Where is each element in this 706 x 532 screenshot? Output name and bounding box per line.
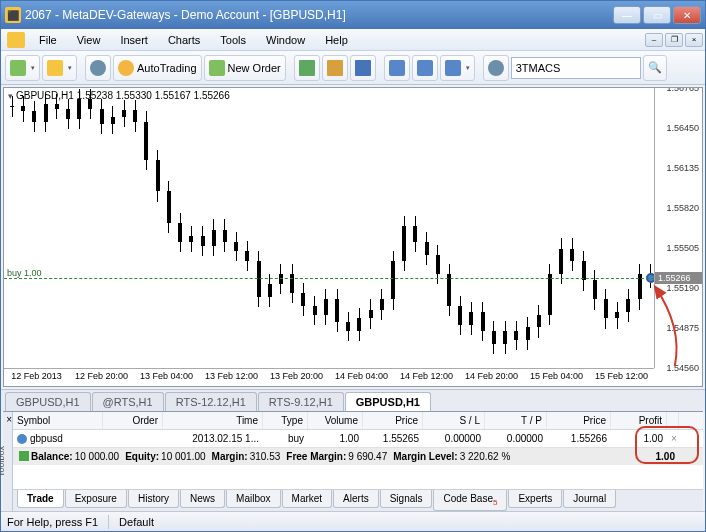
toolbox-tabs: TradeExposureHistoryNewsMailboxMarketAle… bbox=[13, 489, 703, 511]
trade-line bbox=[4, 278, 654, 279]
app-menubar-icon bbox=[7, 32, 25, 48]
titlebar: ⬛ 2067 - MetaDEV-Gateways - Demo Account… bbox=[1, 1, 705, 29]
maximize-button[interactable]: ▭ bbox=[643, 6, 671, 24]
y-tick: 1.54875 bbox=[666, 323, 699, 333]
menu-file[interactable]: File bbox=[29, 31, 67, 49]
column-header[interactable]: Profit bbox=[611, 412, 667, 429]
close-button[interactable]: ✕ bbox=[673, 6, 701, 24]
toolbox-tab-history[interactable]: History bbox=[128, 490, 179, 508]
toolbox-close-button[interactable]: × bbox=[6, 414, 12, 425]
toolbox-tab-journal[interactable]: Journal bbox=[563, 490, 616, 508]
toolbox-tab-experts[interactable]: Experts bbox=[508, 490, 562, 508]
column-header[interactable]: Time bbox=[163, 412, 263, 429]
profiles-icon bbox=[47, 60, 63, 76]
column-header[interactable]: Price bbox=[363, 412, 423, 429]
toolbox-tab-signals[interactable]: Signals bbox=[380, 490, 433, 508]
toolbox-tab-alerts[interactable]: Alerts bbox=[333, 490, 379, 508]
x-tick: 12 Feb 20:00 bbox=[69, 369, 134, 386]
free-margin-value: 9 690.47 bbox=[348, 451, 387, 462]
toolbox-tab-exposure[interactable]: Exposure bbox=[65, 490, 127, 508]
options-button[interactable] bbox=[85, 55, 111, 81]
chart-tab[interactable]: GBPUSD,H1 bbox=[345, 392, 431, 411]
toolbox-tab-trade[interactable]: Trade bbox=[17, 490, 64, 508]
line-icon bbox=[355, 60, 371, 76]
child-minimize-button[interactable]: – bbox=[645, 33, 663, 47]
menu-view[interactable]: View bbox=[67, 31, 111, 49]
margin-value: 310.53 bbox=[250, 451, 281, 462]
column-header[interactable]: Volume bbox=[308, 412, 363, 429]
window-title: 2067 - MetaDEV-Gateways - Demo Account -… bbox=[25, 8, 613, 22]
chart-tab[interactable]: RTS-12.12,H1 bbox=[165, 392, 257, 411]
free-margin-label: Free Margin: bbox=[286, 451, 346, 462]
menu-help[interactable]: Help bbox=[315, 31, 358, 49]
chart-canvas[interactable] bbox=[4, 88, 654, 368]
charttype-candle-button[interactable] bbox=[322, 55, 348, 81]
column-header[interactable]: S / L bbox=[423, 412, 485, 429]
cell-order bbox=[103, 430, 163, 447]
column-header[interactable]: Symbol bbox=[13, 412, 103, 429]
toolbox-tab-market[interactable]: Market bbox=[282, 490, 333, 508]
x-tick: 14 Feb 20:00 bbox=[459, 369, 524, 386]
child-close-button[interactable]: × bbox=[685, 33, 703, 47]
y-tick: 1.55190 bbox=[666, 283, 699, 293]
price-axis: 1.567651.564501.561351.558201.555051.551… bbox=[654, 88, 702, 368]
profiles-button[interactable] bbox=[42, 55, 77, 81]
cell-sl: 0.00000 bbox=[423, 430, 485, 447]
equity-value: 10 001.00 bbox=[161, 451, 206, 462]
app-icon: ⬛ bbox=[5, 7, 21, 23]
new-order-label: New Order bbox=[228, 62, 281, 74]
menu-insert[interactable]: Insert bbox=[110, 31, 158, 49]
toolbox: × Toolbox SymbolOrderTimeTypeVolumePrice… bbox=[3, 411, 703, 511]
zoom-out-icon bbox=[417, 60, 433, 76]
minimize-button[interactable]: — bbox=[613, 6, 641, 24]
menu-charts[interactable]: Charts bbox=[158, 31, 210, 49]
timeframe-button[interactable] bbox=[440, 55, 475, 81]
x-tick: 15 Feb 12:00 bbox=[589, 369, 654, 386]
chart-tabs: GBPUSD,H1@RTS,H1RTS-12.12,H1RTS-9.12,H1G… bbox=[1, 389, 705, 411]
charttype-line-button[interactable] bbox=[350, 55, 376, 81]
balance-value: 10 000.00 bbox=[75, 451, 120, 462]
search-button[interactable]: 🔍 bbox=[643, 55, 667, 81]
candles-icon bbox=[327, 60, 343, 76]
search-settings-button[interactable] bbox=[483, 55, 509, 81]
cell-volume: 1.00 bbox=[308, 430, 363, 447]
chart-area[interactable]: ▾ GBPUSD,H1 1.55238 1.55330 1.55167 1.55… bbox=[3, 87, 703, 387]
charttype-bar-button[interactable] bbox=[294, 55, 320, 81]
zoom-in-button[interactable] bbox=[384, 55, 410, 81]
toolbox-label: Toolbox bbox=[0, 446, 6, 477]
new-chart-icon bbox=[10, 60, 26, 76]
table-row[interactable]: gbpusd 2013.02.15 1... buy 1.00 1.55265 … bbox=[13, 430, 703, 447]
cell-price-now: 1.55266 bbox=[547, 430, 611, 447]
search-input[interactable] bbox=[511, 57, 641, 79]
y-tick: 1.55505 bbox=[666, 243, 699, 253]
chart-tab[interactable]: @RTS,H1 bbox=[92, 392, 164, 411]
y-tick: 1.56450 bbox=[666, 123, 699, 133]
child-restore-button[interactable]: ❐ bbox=[665, 33, 683, 47]
column-header[interactable]: T / P bbox=[485, 412, 547, 429]
gear-icon bbox=[90, 60, 106, 76]
equity-label: Equity: bbox=[125, 451, 159, 462]
toolbox-tab-mailbox[interactable]: Mailbox bbox=[226, 490, 280, 508]
cell-type: buy bbox=[263, 430, 308, 447]
column-header[interactable]: Type bbox=[263, 412, 308, 429]
menu-window[interactable]: Window bbox=[256, 31, 315, 49]
margin-label: Margin: bbox=[212, 451, 248, 462]
cell-symbol: gbpusd bbox=[30, 433, 63, 444]
column-header[interactable]: Order bbox=[103, 412, 163, 429]
menu-tools[interactable]: Tools bbox=[210, 31, 256, 49]
close-position-button[interactable]: × bbox=[667, 430, 679, 447]
symbol-icon bbox=[17, 434, 27, 444]
zoom-out-button[interactable] bbox=[412, 55, 438, 81]
chart-tab[interactable]: GBPUSD,H1 bbox=[5, 392, 91, 411]
x-tick: 13 Feb 04:00 bbox=[134, 369, 199, 386]
trade-label: buy 1.00 bbox=[7, 268, 42, 278]
autotrading-button[interactable]: AutoTrading bbox=[113, 55, 202, 81]
status-help: For Help, press F1 bbox=[7, 516, 98, 528]
column-header[interactable]: Price bbox=[547, 412, 611, 429]
toolbox-tab-news[interactable]: News bbox=[180, 490, 225, 508]
chart-tab[interactable]: RTS-9.12,H1 bbox=[258, 392, 344, 411]
zoom-in-icon bbox=[389, 60, 405, 76]
new-chart-button[interactable] bbox=[5, 55, 40, 81]
new-order-button[interactable]: New Order bbox=[204, 55, 286, 81]
toolbox-tab-code-base[interactable]: Code Base5 bbox=[433, 490, 507, 511]
